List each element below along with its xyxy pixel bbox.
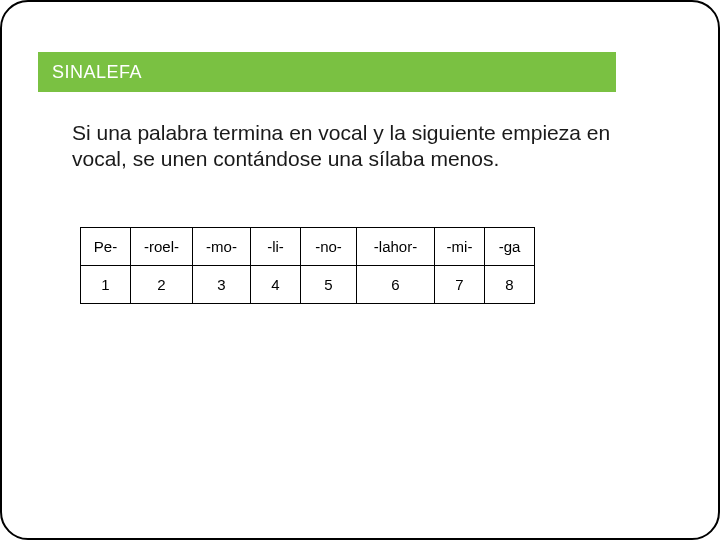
syllable-cell: -lahor- — [357, 228, 435, 266]
body-paragraph: Si una palabra termina en vocal y la sig… — [72, 120, 642, 173]
syllable-cell: -no- — [301, 228, 357, 266]
count-cell: 6 — [357, 266, 435, 304]
count-cell: 2 — [131, 266, 193, 304]
syllable-table-wrap: Pe- -roel- -mo- -li- -no- -lahor- -mi- -… — [80, 227, 535, 304]
table-row: 1 2 3 4 5 6 7 8 — [81, 266, 535, 304]
syllable-cell: -mo- — [193, 228, 251, 266]
table-row: Pe- -roel- -mo- -li- -no- -lahor- -mi- -… — [81, 228, 535, 266]
count-cell: 7 — [435, 266, 485, 304]
count-cell: 8 — [485, 266, 535, 304]
syllable-table: Pe- -roel- -mo- -li- -no- -lahor- -mi- -… — [80, 227, 535, 304]
count-cell: 5 — [301, 266, 357, 304]
slide-frame: SINALEFA Si una palabra termina en vocal… — [0, 0, 720, 540]
section-header: SINALEFA — [38, 52, 616, 92]
section-title: SINALEFA — [52, 62, 142, 83]
syllable-cell: -ga — [485, 228, 535, 266]
count-cell: 1 — [81, 266, 131, 304]
syllable-cell: Pe- — [81, 228, 131, 266]
syllable-cell: -li- — [251, 228, 301, 266]
syllable-cell: -mi- — [435, 228, 485, 266]
count-cell: 3 — [193, 266, 251, 304]
count-cell: 4 — [251, 266, 301, 304]
syllable-cell: -roel- — [131, 228, 193, 266]
